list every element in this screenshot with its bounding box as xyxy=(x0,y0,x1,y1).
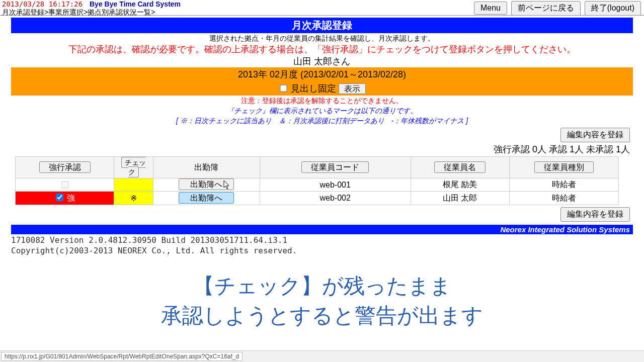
status-url: https://p.nx1.jp/G01/801Admin/WebSpace/R… xyxy=(1,352,243,361)
period-panel: 2013年 02月度 (2013/02/01～2013/02/28) 見出し固定… xyxy=(11,67,633,96)
col-check[interactable]: チェック xyxy=(121,157,146,177)
legend-line-1: 『チェック』欄に表示されているマークは以下の通りです。 xyxy=(0,107,644,116)
browser-status-bar: https://p.nx1.jp/G01/801Admin/WebSpace/R… xyxy=(0,350,644,362)
employee-name: 山田 太郎 xyxy=(411,192,509,205)
col-force-approve[interactable]: 強行承認 xyxy=(39,161,91,173)
version-text: 1710082 Version 2.0.4812.30950 Build 201… xyxy=(11,235,644,245)
approval-table: 強行承認 チェック 出勤簿 従業員コード 従業員名 従業員種別 出勤簿へ web… xyxy=(15,156,619,205)
user-name: 山田 太郎さん xyxy=(0,55,644,67)
system-name: Bye Bye Time Card System xyxy=(90,0,181,8)
warning-text: 下記の承認は、確認が必要です。確認の上承認する場合は、「強行承認」にチェックをつ… xyxy=(0,43,644,55)
employee-code: web-001 xyxy=(260,178,411,192)
col-employee-name[interactable]: 従業員名 xyxy=(434,161,486,173)
menu-button[interactable]: Menu xyxy=(474,2,507,15)
register-button-top[interactable]: 編集内容を登録 xyxy=(560,128,630,142)
attendance-book-button[interactable]: 出勤簿へ xyxy=(179,192,234,204)
copyright-text: Copyright(c)2003-2013 NEOREX Co., Ltd. A… xyxy=(11,246,644,255)
col-employee-type[interactable]: 従業員種別 xyxy=(534,161,594,173)
table-row: 出勤簿へ web-001 根尾 励美 時給者 xyxy=(16,178,619,192)
page-title: 月次承認登録 xyxy=(11,18,633,33)
fix-header-label: 見出し固定 xyxy=(291,83,336,94)
force-cell: 強 xyxy=(16,192,114,205)
show-button[interactable]: 表示 xyxy=(339,83,366,94)
check-cell: ※ xyxy=(114,192,153,205)
breadcrumb: 月次承認登録>事業所選択>拠点別承認状況一覧> xyxy=(2,8,155,17)
employee-code: web-002 xyxy=(260,192,411,205)
force-label: 強 xyxy=(67,194,75,202)
employee-type: 時給者 xyxy=(509,178,618,192)
approval-counts: 強行承認 0人 承認 1人 未承認 1人 xyxy=(0,143,630,155)
force-checkbox[interactable] xyxy=(61,181,68,188)
back-button[interactable]: 前ページに戻る xyxy=(511,1,581,16)
legend-line-2: [ ※：日次チェックに該当あり ＆：月次承認後に打刻データあり -：年休残数がマ… xyxy=(0,117,644,126)
top-bar: 2013/03/28 16:17:26 Bye Bye Time Card Sy… xyxy=(0,0,644,16)
timestamp: 2013/03/28 16:17:26 xyxy=(2,0,83,8)
force-checkbox[interactable] xyxy=(56,194,63,201)
period-text: 2013年 02月度 (2013/02/01～2013/02/28) xyxy=(11,67,633,81)
table-row: 強 ※ 出勤簿へ web-002 山田 太郎 時給者 xyxy=(16,192,619,205)
col-employee-code[interactable]: 従業員コード xyxy=(301,161,369,173)
register-button-bottom[interactable]: 編集内容を登録 xyxy=(560,207,630,222)
overlay-caption: 【チェック】が残ったまま 承認しようとすると警告が出ます xyxy=(0,272,644,331)
system-footer-bar: Neorex Integrated Solution Systems xyxy=(11,225,633,234)
logout-button[interactable]: 終了(logout) xyxy=(585,1,641,16)
caution-text: 注意：登録後は承認を解除することができません。 xyxy=(0,97,644,106)
force-cell xyxy=(16,178,114,192)
instruction-text: 選択された拠点・年月の従業員の集計結果を確認し、月次承認します。 xyxy=(0,34,644,43)
check-cell xyxy=(114,178,153,192)
employee-type: 時給者 xyxy=(509,192,618,205)
employee-name: 根尾 励美 xyxy=(411,178,509,192)
fix-header-checkbox[interactable] xyxy=(280,84,287,92)
col-attendance-book: 出勤簿 xyxy=(153,157,260,178)
attendance-book-button[interactable]: 出勤簿へ xyxy=(179,178,234,190)
